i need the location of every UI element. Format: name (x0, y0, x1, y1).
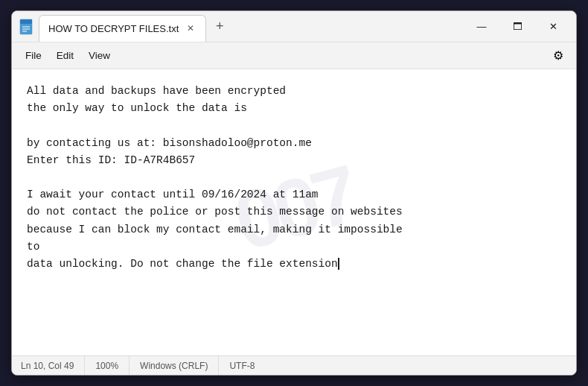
app-icon (18, 19, 34, 35)
tab-close-button[interactable]: ✕ (185, 22, 196, 34)
zoom-level: 100% (85, 356, 130, 375)
text-cursor (338, 258, 339, 270)
menu-file[interactable]: File (18, 47, 49, 64)
title-bar: HOW TO DECRYPT FILES.txt ✕ + — 🗖 ✕ (12, 11, 576, 42)
tab-area: HOW TO DECRYPT FILES.txt ✕ + (39, 12, 464, 42)
cursor-position: Ln 10, Col 49 (21, 356, 85, 375)
menu-view[interactable]: View (81, 47, 118, 64)
encoding: UTF-8 (219, 356, 265, 375)
line-ending: Windows (CRLF) (130, 356, 219, 375)
close-button[interactable]: ✕ (536, 15, 570, 39)
settings-button[interactable]: ⚙ (546, 44, 570, 68)
minimize-button[interactable]: — (464, 15, 499, 39)
svg-rect-1 (20, 19, 32, 24)
menu-edit[interactable]: Edit (49, 47, 81, 64)
new-tab-button[interactable]: + (209, 16, 230, 37)
window-controls: — 🗖 ✕ (464, 15, 570, 39)
active-tab[interactable]: HOW TO DECRYPT FILES.txt ✕ (39, 15, 206, 42)
editor-content[interactable]: All data and backups have been encrypted… (12, 69, 576, 280)
notepad-window: HOW TO DECRYPT FILES.txt ✕ + — 🗖 ✕ File … (11, 10, 577, 376)
menu-bar: File Edit View ⚙ (12, 42, 576, 69)
status-bar: Ln 10, Col 49 100% Windows (CRLF) UTF-8 (12, 355, 576, 375)
maximize-button[interactable]: 🗖 (500, 15, 534, 39)
tab-title: HOW TO DECRYPT FILES.txt (48, 23, 179, 34)
editor-area[interactable]: 007 All data and backups have been encry… (12, 69, 576, 355)
